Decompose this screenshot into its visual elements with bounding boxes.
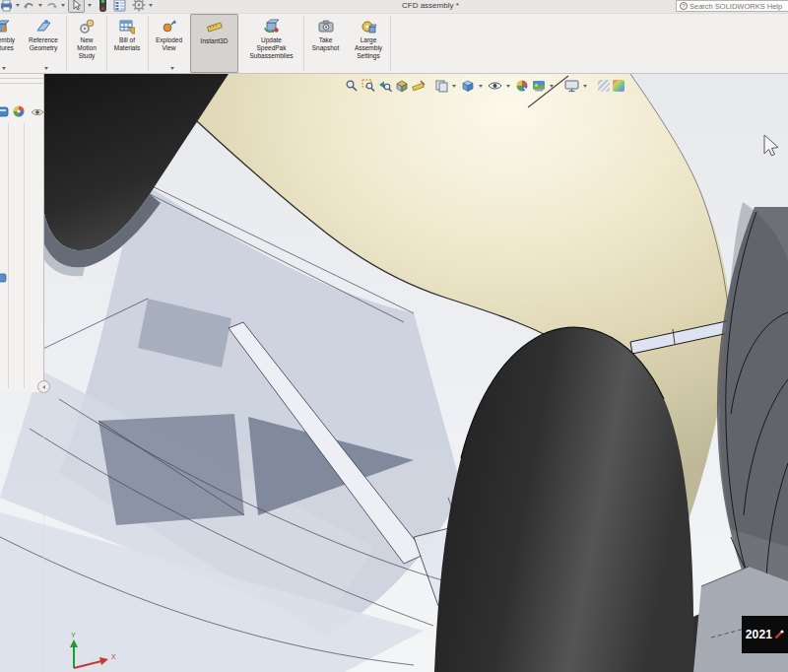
scene-swatch-icon[interactable] [613,80,624,92]
caret-down-icon[interactable] [506,85,510,88]
zoom-to-fit-icon[interactable] [345,79,359,93]
large-assembly-settings-icon [361,18,376,35]
caret-down-icon[interactable] [38,4,42,7]
bill-of-materials-button[interactable]: Bill of Materials [106,14,148,73]
zoom-to-area-icon[interactable] [361,79,375,93]
instant3d-button[interactable]: Instant3D [190,14,238,73]
caret-down-icon [170,67,174,70]
help-circle-icon: ? [680,2,688,10]
display-style-icon[interactable] [461,79,475,93]
section-view-icon[interactable] [395,79,409,93]
view-settings-icon[interactable] [564,79,579,93]
take-snapshot-button[interactable]: Take Snapshot [304,14,347,73]
toolbar-separator [303,16,304,71]
apply-scene-icon[interactable] [532,79,546,93]
caret-down-icon[interactable] [550,85,554,88]
exploded-view-icon [162,18,177,35]
caret-down-icon[interactable] [16,4,20,7]
watermark-brush-icon [774,626,784,643]
instant3d-icon [206,19,224,36]
window-title: CFD assembly * [402,1,459,10]
edit-appearance-icon[interactable] [515,79,529,93]
feature-tree-tab-icon[interactable] [0,104,10,122]
watermark-year: 2021 [746,628,773,641]
options-gear-icon[interactable] [132,0,146,12]
toolbar-separator [66,16,67,71]
view-orientation-icon[interactable] [434,79,448,93]
select-cursor-icon[interactable] [68,0,85,13]
panel-divider [8,123,9,388]
toolbar-separator [148,16,149,71]
solidworks-window: CFD assembly * ? Assembly Features Refer… [0,0,788,672]
new-motion-study-button[interactable]: New Motion Study [67,14,106,73]
hide-show-items-icon[interactable] [488,79,502,93]
properties-icon[interactable] [113,0,126,12]
caret-down-icon [2,67,6,70]
reference-geometry-icon [35,18,51,35]
reference-geometry-button[interactable]: Reference Geometry [20,14,67,73]
watermark-badge: 2021 [742,616,788,653]
toolbar-separator [106,16,107,71]
search-input[interactable] [690,2,788,11]
hide-show-tab-icon[interactable] [31,104,44,122]
panel-divider [0,83,43,84]
panel-divider [24,123,25,388]
toolbar-separator [390,16,391,71]
caret-down-icon[interactable] [452,85,456,88]
feature-manager-panel [0,74,44,392]
print-icon[interactable] [0,0,13,12]
motion-study-icon [79,18,95,35]
large-assembly-settings-button[interactable]: Large Assembly Settings [347,14,390,73]
caret-down-icon[interactable] [583,85,587,88]
realview-swatch-icon[interactable] [598,80,610,92]
update-speedpak-button[interactable]: Update SpeedPak Subassemblies [238,14,304,73]
title-bar: CFD assembly * ? [0,0,788,13]
caret-down-icon [44,67,48,70]
bill-of-materials-icon [119,18,135,35]
help-search-box[interactable]: ? [676,0,788,12]
panel-edge-line [43,392,44,672]
redo-icon[interactable] [45,0,58,12]
exploded-view-button[interactable]: Exploded View [148,14,190,73]
heads-up-view-toolbar [343,77,625,95]
graphics-viewport[interactable]: Y X [0,74,788,672]
caret-down-icon[interactable] [479,85,483,88]
panel-divider [0,78,43,79]
display-manager-tab-icon[interactable] [12,104,26,122]
quick-access-toolbar [0,0,156,13]
assembly-features-icon [0,18,9,35]
update-speedpak-icon [264,18,280,35]
svg-text:X: X [111,653,116,660]
caret-down-icon[interactable] [149,4,153,7]
take-snapshot-icon [318,18,334,35]
viewport-3d-scene[interactable]: Y X [0,74,788,672]
feature-manager-tabs [0,104,44,122]
caret-down-icon[interactable] [61,4,65,7]
dynamic-annotation-icon[interactable] [412,79,426,93]
command-manager: Assembly Features Reference Geometry New… [0,13,788,74]
caret-down-icon[interactable] [88,4,92,7]
undo-icon[interactable] [23,0,35,12]
svg-text:Y: Y [71,632,76,638]
edrawings-icon[interactable] [98,0,107,12]
tree-item-icon [0,269,7,287]
previous-view-icon[interactable] [378,79,392,93]
